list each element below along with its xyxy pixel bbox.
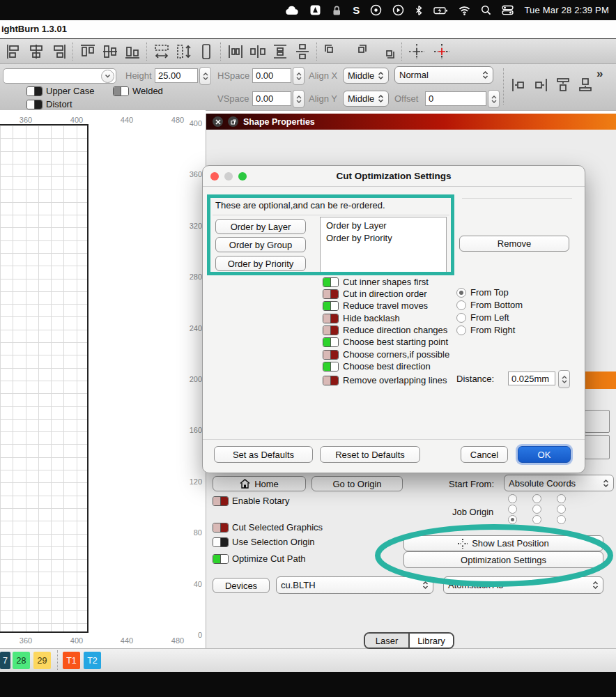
from-top-radio[interactable]: From Top bbox=[456, 287, 509, 298]
offset-input[interactable] bbox=[425, 91, 486, 106]
job-origin-top-left[interactable] bbox=[508, 494, 517, 503]
welded-toggle[interactable]: Welded bbox=[113, 86, 163, 96]
job-origin-middle-center[interactable] bbox=[532, 505, 541, 514]
set-as-defaults-button[interactable]: Set as Defaults bbox=[214, 446, 313, 463]
choose-best-starting-point-toggle[interactable]: Choose best starting point bbox=[323, 337, 448, 347]
distance-stepper[interactable] bbox=[558, 370, 570, 388]
order-by-priority-button[interactable]: Order by Priority bbox=[215, 256, 306, 271]
choose-corners-checkbox[interactable] bbox=[323, 350, 339, 360]
shortcuts-icon[interactable]: S bbox=[353, 5, 360, 15]
dialog-titlebar[interactable]: Cut Optimization Settings bbox=[203, 166, 585, 187]
palette-swatch-27[interactable]: 7 bbox=[0, 652, 10, 669]
job-origin-bottom-right[interactable] bbox=[557, 515, 566, 524]
height-stepper[interactable] bbox=[199, 67, 211, 85]
align-bottom-icon[interactable] bbox=[123, 42, 142, 61]
choose-best-direction-toggle[interactable]: Choose best direction bbox=[323, 361, 431, 372]
choose-best-direction-checkbox[interactable] bbox=[323, 362, 339, 372]
hide-backlash-checkbox[interactable] bbox=[323, 314, 339, 323]
battery-charging-icon[interactable] bbox=[433, 5, 448, 16]
lock-icon[interactable] bbox=[331, 5, 342, 16]
height-input[interactable] bbox=[155, 68, 198, 83]
cut-inner-shapes-first-checkbox[interactable] bbox=[323, 277, 339, 287]
upper-case-toggle[interactable]: Upper Case bbox=[26, 86, 94, 96]
distort-toggle[interactable]: Distort bbox=[26, 99, 72, 109]
cut-inner-shapes-first-toggle[interactable]: Cut inner shapes first bbox=[323, 277, 429, 287]
use-selection-origin-toggle[interactable]: Use Selection Origin bbox=[213, 537, 315, 547]
move-to-top-right-icon[interactable] bbox=[350, 42, 369, 61]
job-origin-bottom-center[interactable] bbox=[532, 515, 541, 524]
move-to-top-left-icon[interactable] bbox=[322, 42, 341, 61]
font-combobox[interactable] bbox=[3, 68, 116, 84]
font-dropdown-button[interactable] bbox=[101, 70, 114, 83]
go-to-origin-button[interactable]: Go to Origin bbox=[311, 476, 403, 491]
optimize-cut-path-toggle[interactable]: Optimize Cut Path bbox=[213, 553, 306, 564]
workspace-canvas[interactable]: 360 400 440 480 400 360 320 280 240 200 … bbox=[0, 110, 206, 648]
palette-swatch-28[interactable]: 28 bbox=[13, 652, 30, 669]
job-origin-middle-right[interactable] bbox=[557, 505, 566, 514]
port-dropdown[interactable]: cu.BLTH bbox=[276, 576, 433, 594]
make-same-width-icon[interactable] bbox=[152, 42, 171, 61]
palette-swatch-29[interactable]: 29 bbox=[33, 652, 51, 669]
order-list-item[interactable]: Order by Layer bbox=[326, 220, 440, 232]
devices-button[interactable]: Devices bbox=[213, 578, 270, 593]
show-laser-position-icon[interactable] bbox=[432, 42, 452, 61]
welded-checkbox[interactable] bbox=[113, 86, 129, 96]
align-vertical-center-icon[interactable] bbox=[100, 42, 120, 61]
reduce-direction-changes-toggle[interactable]: Reduce direction changes bbox=[323, 325, 447, 335]
remove-overlapping-lines-toggle[interactable]: Remove overlapping lines bbox=[323, 375, 447, 385]
offset-stepper[interactable] bbox=[488, 90, 500, 108]
cut-selected-graphics-toggle[interactable]: Cut Selected Graphics bbox=[213, 522, 323, 533]
font-input[interactable] bbox=[3, 70, 101, 82]
play-circle-icon[interactable] bbox=[392, 4, 404, 16]
ok-button[interactable]: OK bbox=[518, 446, 571, 463]
dock-left-icon[interactable] bbox=[509, 75, 528, 95]
cancel-button[interactable]: Cancel bbox=[461, 446, 508, 463]
machine-work-area-grid[interactable] bbox=[0, 124, 88, 633]
job-origin-middle-left[interactable] bbox=[508, 505, 517, 514]
distort-checkbox[interactable] bbox=[26, 100, 43, 109]
use-selection-origin-checkbox[interactable] bbox=[213, 537, 229, 547]
distribute-horizontal-icon[interactable] bbox=[226, 42, 245, 61]
from-right-radio[interactable]: From Right bbox=[456, 325, 515, 335]
align-x-dropdown[interactable]: Middle bbox=[343, 68, 389, 84]
choose-corners-toggle[interactable]: Choose corners,if possible bbox=[323, 349, 449, 360]
palette-swatch-t2[interactable]: T2 bbox=[84, 652, 101, 669]
from-left-radio[interactable]: From Left bbox=[456, 312, 509, 323]
hide-backlash-toggle[interactable]: Hide backlash bbox=[323, 313, 400, 323]
job-origin-bottom-left[interactable] bbox=[508, 515, 517, 524]
reduce-travel-moves-checkbox[interactable] bbox=[323, 301, 339, 311]
wifi-icon[interactable] bbox=[459, 6, 470, 15]
dock-right-icon[interactable] bbox=[531, 75, 550, 95]
menu-bar-clock[interactable]: Tue Mar 28 2:39 PM bbox=[524, 5, 609, 15]
tab-laser[interactable]: Laser bbox=[365, 634, 408, 648]
order-list[interactable]: Order by Layer Order by Priority bbox=[320, 217, 447, 273]
move-to-bottom-right-icon[interactable] bbox=[378, 42, 397, 61]
tab-library[interactable]: Library bbox=[408, 634, 453, 648]
cut-selected-graphics-checkbox[interactable] bbox=[213, 523, 229, 533]
enable-rotary-checkbox[interactable] bbox=[213, 496, 229, 506]
device-dropdown[interactable]: Atomstack A5 bbox=[443, 576, 603, 594]
dock-top-icon[interactable] bbox=[553, 75, 573, 95]
dock-bottom-icon[interactable] bbox=[576, 75, 595, 95]
order-by-layer-button[interactable]: Order by Layer bbox=[215, 219, 306, 234]
make-same-size-icon[interactable] bbox=[197, 42, 216, 61]
undock-icon[interactable] bbox=[228, 116, 238, 127]
reduce-direction-changes-checkbox[interactable] bbox=[323, 325, 339, 335]
cut-in-direction-order-checkbox[interactable] bbox=[323, 289, 339, 299]
text-style-dropdown[interactable]: Normal bbox=[394, 66, 493, 84]
remove-overlapping-lines-checkbox[interactable] bbox=[323, 376, 339, 385]
distribute-horizontal-spacing-icon[interactable] bbox=[248, 42, 268, 61]
optimization-settings-button[interactable]: Optimization Settings bbox=[403, 551, 603, 568]
vspace-input[interactable] bbox=[252, 91, 291, 106]
upper-case-checkbox[interactable] bbox=[26, 86, 43, 96]
optimize-cut-path-checkbox[interactable] bbox=[213, 554, 229, 564]
choose-best-starting-point-checkbox[interactable] bbox=[323, 337, 339, 347]
align-y-dropdown[interactable]: Middle bbox=[343, 91, 389, 107]
order-by-group-button[interactable]: Order by Group bbox=[215, 237, 306, 252]
home-button[interactable]: Home bbox=[213, 476, 306, 491]
bluetooth-icon[interactable] bbox=[415, 5, 423, 16]
start-from-dropdown[interactable]: Absolute Coords bbox=[504, 475, 614, 491]
reduce-travel-moves-toggle[interactable]: Reduce travel moves bbox=[323, 300, 428, 311]
camera-circle-icon[interactable] bbox=[370, 4, 382, 16]
search-icon[interactable] bbox=[481, 5, 491, 15]
